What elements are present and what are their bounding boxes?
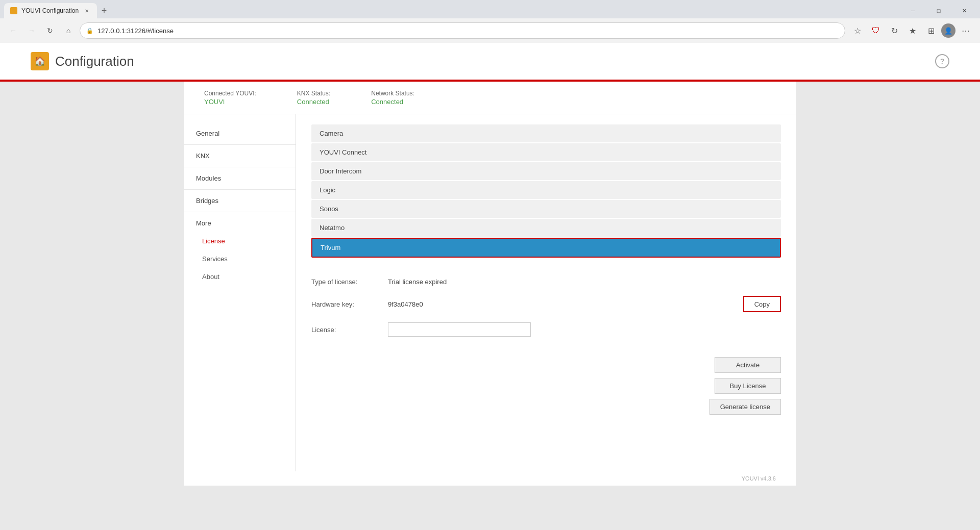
favorites-icon[interactable]: ☆ [849, 22, 866, 39]
refresh-icon[interactable]: ↻ [886, 22, 902, 39]
window-controls: ─ □ ✕ [901, 3, 976, 18]
main-container: General KNX Modules Bridges More [184, 114, 796, 471]
knx-status-label: KNX Status: [297, 90, 330, 97]
main-card: Connected YOUVI: YOUVI KNX Status: Conne… [184, 82, 796, 486]
license-type-row: Type of license: Trial license expired [311, 273, 781, 291]
new-tab-button[interactable]: + [97, 4, 111, 18]
home-button[interactable]: ⌂ [61, 23, 76, 38]
generate-license-button[interactable]: Generate license [709, 399, 781, 415]
maximize-button[interactable]: □ [927, 3, 950, 18]
license-input-row: License: [311, 317, 781, 342]
profile-icon[interactable]: 👤 [941, 23, 955, 38]
sidebar-divider-3 [184, 189, 296, 190]
sidebar-item-bridges[interactable]: Bridges [184, 192, 296, 210]
app-footer: YOUVI v4.3.6 [184, 471, 796, 486]
logo-icon: 🏠 [31, 52, 49, 70]
help-icon[interactable]: ? [935, 54, 949, 68]
connected-youvi-label: Connected YOUVI: [204, 90, 256, 97]
module-item-trivum[interactable]: Trivum [311, 238, 781, 258]
menu-icon[interactable]: ⋯ [958, 22, 974, 39]
network-status-label: Network Status: [371, 90, 414, 97]
sidebar-item-about[interactable]: About [184, 268, 296, 286]
connected-youvi-status: Connected YOUVI: YOUVI [204, 90, 256, 106]
browser-title-bar: YOUVI Configuration ✕ + ─ □ ✕ [0, 0, 980, 18]
license-input-label: License: [311, 326, 378, 334]
activate-button[interactable]: Activate [715, 357, 781, 373]
back-button[interactable]: ← [6, 23, 20, 38]
app-logo: 🏠 Configuration [31, 52, 134, 70]
action-buttons: Activate Buy License Generate license [311, 357, 781, 415]
connected-youvi-value: YOUVI [204, 98, 256, 106]
sidebar-item-more[interactable]: More [184, 214, 296, 232]
content-area: Camera YOUVI Connect Door Intercom Logic… [296, 114, 796, 471]
app-header: 🏠 Configuration ? [0, 43, 980, 82]
module-item-netatmo[interactable]: Netatmo [311, 219, 781, 237]
license-details: Type of license: Trial license expired H… [311, 268, 781, 347]
knx-status-value: Connected [297, 98, 330, 106]
license-type-label: Type of license: [311, 278, 378, 286]
browser-tab[interactable]: YOUVI Configuration ✕ [4, 3, 97, 18]
module-item-door-intercom[interactable]: Door Intercom [311, 162, 781, 180]
url-text: 127.0.0.1:31226/#/license [97, 27, 839, 35]
app-wrapper: 🏠 Configuration ? Connected YOUVI: YOUVI… [0, 43, 980, 486]
sidebar-item-license[interactable]: License [184, 232, 296, 250]
module-item-logic[interactable]: Logic [311, 181, 781, 199]
close-button[interactable]: ✕ [952, 3, 976, 18]
sidebar-divider-2 [184, 167, 296, 167]
reload-button[interactable]: ↻ [43, 23, 57, 38]
buy-license-button[interactable]: Buy License [715, 378, 781, 394]
knx-status: KNX Status: Connected [297, 90, 330, 106]
module-list: Camera YOUVI Connect Door Intercom Logic… [311, 124, 781, 258]
license-type-value: Trial license expired [388, 278, 447, 286]
copy-button[interactable]: Copy [743, 296, 781, 312]
tab-favicon [10, 7, 17, 14]
module-item-camera[interactable]: Camera [311, 124, 781, 142]
network-status-value: Connected [371, 98, 414, 106]
status-bar: Connected YOUVI: YOUVI KNX Status: Conne… [184, 82, 796, 114]
star-icon[interactable]: ★ [904, 22, 921, 39]
sidebar: General KNX Modules Bridges More [184, 114, 296, 471]
module-item-sonos[interactable]: Sonos [311, 200, 781, 218]
hardware-key-row: Hardware key: 9f3a0478e0 Copy [311, 291, 781, 317]
hardware-key-label: Hardware key: [311, 300, 378, 308]
address-bar-container: ← → ↻ ⌂ 🔒 127.0.0.1:31226/#/license ☆ 🛡 … [0, 18, 980, 43]
hardware-key-value: 9f3a0478e0 [388, 300, 423, 308]
browser-chrome: YOUVI Configuration ✕ + ─ □ ✕ ← → ↻ ⌂ 🔒 … [0, 0, 980, 43]
toolbar-icons: ☆ 🛡 ↻ ★ ⊞ 👤 ⋯ [849, 22, 974, 39]
address-lock-icon: 🔒 [86, 28, 93, 34]
forward-button[interactable]: → [24, 23, 39, 38]
version-label: YOUVI v4.3.6 [742, 475, 776, 482]
tab-close-button[interactable]: ✕ [83, 7, 91, 15]
tab-title: YOUVI Configuration [21, 7, 79, 14]
network-status: Network Status: Connected [371, 90, 414, 106]
shield-icon[interactable]: 🛡 [868, 22, 884, 39]
sidebar-item-general[interactable]: General [184, 124, 296, 142]
minimize-button[interactable]: ─ [901, 3, 925, 18]
sidebar-item-knx[interactable]: KNX [184, 147, 296, 165]
license-input-field[interactable] [388, 322, 531, 337]
sidebar-item-modules[interactable]: Modules [184, 169, 296, 187]
address-bar[interactable]: 🔒 127.0.0.1:31226/#/license [80, 22, 845, 39]
sidebar-divider-4 [184, 212, 296, 212]
sidebar-item-services[interactable]: Services [184, 250, 296, 268]
sidebar-divider-1 [184, 144, 296, 145]
collection-icon[interactable]: ⊞ [923, 22, 939, 39]
module-item-youvi-connect[interactable]: YOUVI Connect [311, 143, 781, 161]
app-title: Configuration [55, 54, 134, 69]
